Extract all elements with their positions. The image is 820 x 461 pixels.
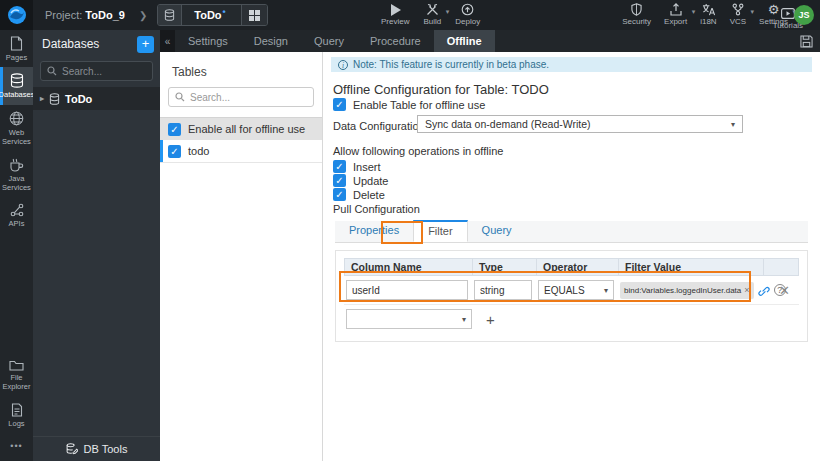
export-button[interactable]: Export ▾ <box>664 3 687 26</box>
tables-panel-title: Tables <box>160 52 322 85</box>
column-name-input[interactable] <box>346 280 468 300</box>
wavemaker-logo-icon <box>7 5 27 25</box>
rail-spacer <box>0 234 33 353</box>
sidebar-item-java-services[interactable]: Java Services <box>0 152 33 198</box>
chevron-right-icon: ❯ <box>139 10 147 21</box>
search-icon <box>175 92 185 102</box>
insert-label: Insert <box>353 161 381 173</box>
database-name: ToDo <box>65 93 92 105</box>
filter-table-header: Column Name Type Operator Filter Value <box>344 258 799 276</box>
tab-query[interactable]: Query <box>301 30 357 52</box>
open-document-tab[interactable]: ToDo• <box>157 4 267 26</box>
new-column-select[interactable]: ▾ <box>346 309 472 329</box>
operator-select[interactable]: EQUALS ▾ <box>538 280 614 300</box>
enable-all-checkbox[interactable] <box>168 123 181 136</box>
settings-button[interactable]: ⚙ Settings ▾ <box>759 3 788 26</box>
insert-row: Insert <box>333 160 381 173</box>
tab-settings[interactable]: Settings <box>175 30 241 52</box>
delete-checkbox[interactable] <box>333 188 346 201</box>
table-row-todo[interactable]: todo <box>160 140 322 163</box>
filter-table: Column Name Type Operator Filter Value E… <box>335 250 808 342</box>
page-icon <box>10 36 23 51</box>
i18n-button[interactable]: i18N <box>700 3 716 26</box>
add-database-button[interactable]: + <box>137 36 154 53</box>
chevron-down-icon: ▾ <box>462 315 466 324</box>
globe-icon <box>9 111 24 126</box>
search-icon <box>47 66 57 76</box>
delete-row-icon[interactable]: ✕ <box>779 283 790 298</box>
more-options-button[interactable]: ••• <box>0 433 33 461</box>
sidebar-item-logs[interactable]: Logs <box>0 397 33 433</box>
project-label: Project: ToDo_9 <box>45 9 125 21</box>
collapse-panel-button[interactable]: « <box>160 30 175 52</box>
play-icon <box>390 3 401 16</box>
insert-checkbox[interactable] <box>333 160 346 173</box>
deploy-button[interactable]: Deploy <box>455 3 480 26</box>
grid-view-icon[interactable] <box>241 5 267 25</box>
export-icon <box>670 3 682 16</box>
tab-filter[interactable]: Filter <box>413 220 467 242</box>
data-configuration-select[interactable]: Sync data on-demand (Read-Write) ▾ <box>417 115 743 133</box>
build-button[interactable]: Build ▾ <box>423 3 441 26</box>
vcs-button[interactable]: VCS ▾ <box>730 3 746 26</box>
tables-search[interactable] <box>168 87 314 107</box>
enable-table-checkbox[interactable] <box>333 98 346 111</box>
databases-panel: Databases + ▸ ToDo <box>33 30 160 461</box>
db-tools-icon <box>66 443 78 455</box>
chip-remove-icon[interactable]: × <box>744 285 749 295</box>
app-logo[interactable] <box>0 0 33 30</box>
api-nodes-icon <box>10 203 24 217</box>
sidebar-item-databases[interactable]: Databases <box>0 67 33 104</box>
sidebar-item-file-explorer[interactable]: File Explorer <box>0 353 33 397</box>
database-icon <box>158 5 182 25</box>
tab-procedure[interactable]: Procedure <box>357 30 434 52</box>
header-type: Type <box>473 259 537 275</box>
toolbar-right-actions: Security Export ▾ i18N <box>622 3 788 26</box>
update-row: Update <box>333 174 388 187</box>
document-tab-label: ToDo• <box>182 9 240 21</box>
shield-icon <box>631 3 642 16</box>
tab-design[interactable]: Design <box>241 30 301 52</box>
delete-label: Delete <box>353 189 385 201</box>
bind-expression-chip: bind:Variables.loggedInUser.data × <box>620 282 754 299</box>
chevron-down-icon: ▾ <box>692 8 696 16</box>
add-filter-row: ▾ + <box>344 305 799 333</box>
save-icon[interactable] <box>800 35 813 48</box>
databases-search[interactable] <box>40 61 153 81</box>
sidebar-item-pages[interactable]: Pages <box>0 30 33 67</box>
db-tools-button[interactable]: DB Tools <box>33 436 160 461</box>
pull-configuration-label: Pull Configuration <box>333 203 420 215</box>
coffee-cup-icon <box>9 158 24 172</box>
project-name: ToDo_9 <box>85 9 125 21</box>
header-actions <box>764 259 798 275</box>
add-filter-button[interactable]: + <box>486 311 495 328</box>
databases-search-input[interactable] <box>62 66 142 77</box>
todo-table-checkbox[interactable] <box>168 145 181 158</box>
update-checkbox[interactable] <box>333 174 346 187</box>
expand-arrow-icon[interactable]: ▸ <box>40 94 44 103</box>
wavemaker-studio-window: Project: ToDo_9 ❯ ToDo• <box>0 0 820 461</box>
enable-table-row: Enable Table for offline use <box>333 98 485 111</box>
type-input[interactable] <box>474 280 532 300</box>
chevron-down-icon: ▾ <box>731 120 735 129</box>
unsaved-changes-marker: • <box>223 7 226 17</box>
user-avatar[interactable]: JS <box>794 5 814 25</box>
chevron-down-icon: ▾ <box>446 8 450 16</box>
top-bar: Project: ToDo_9 ❯ ToDo• <box>0 0 820 30</box>
security-button[interactable]: Security <box>622 3 651 26</box>
database-tree-item-todo[interactable]: ▸ ToDo <box>33 87 160 110</box>
sidebar-item-web-services[interactable]: Web Services <box>0 105 33 152</box>
tables-search-input[interactable] <box>190 92 300 103</box>
language-icon <box>702 3 715 16</box>
tab-offline[interactable]: Offline <box>434 30 495 52</box>
cloud-upload-icon <box>461 3 474 16</box>
tab-properties[interactable]: Properties <box>335 220 413 242</box>
enable-all-row[interactable]: Enable all for offline use <box>160 117 322 140</box>
sidebar-item-apis[interactable]: APIs <box>0 197 33 233</box>
header-filter-value: Filter Value <box>619 259 764 275</box>
tables-panel: Tables Enable all for offline use todo <box>160 52 323 461</box>
tab-query-pull[interactable]: Query <box>468 220 526 242</box>
preview-button[interactable]: Preview <box>381 3 409 26</box>
data-configuration-label: Data Configuration <box>333 120 425 132</box>
beta-note-banner: i Note: This feature is currently in bet… <box>331 57 812 72</box>
